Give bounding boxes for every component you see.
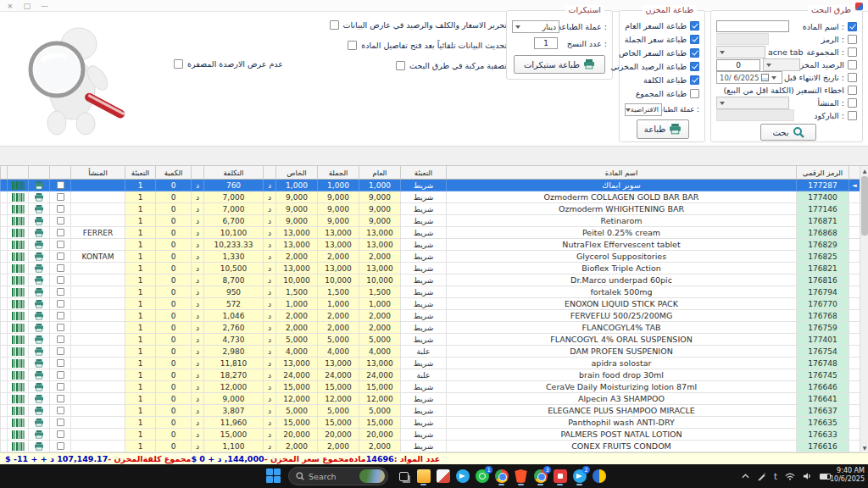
pen-icon[interactable] — [757, 472, 766, 481]
table-row[interactable]: KONTAM10د1,330د2,0002,0002,000شريطGlycer… — [0, 251, 860, 263]
barcode-icon[interactable] — [7, 322, 28, 334]
row-checkbox[interactable] — [57, 324, 64, 331]
print-row-icon[interactable] — [28, 180, 49, 191]
column-header-check[interactable] — [49, 166, 70, 180]
wifi-icon[interactable] — [785, 473, 795, 480]
column-header-origin[interactable]: المنشأ — [70, 166, 125, 180]
row-checkbox[interactable] — [57, 276, 64, 284]
print-row-icon[interactable] — [28, 441, 49, 452]
print-button[interactable]: طباعة — [637, 119, 689, 139]
table-row[interactable]: 10د9,000د12,00012,00012,000شريطAlpecin A… — [0, 393, 860, 405]
row-checkbox[interactable] — [57, 181, 64, 189]
barcode-icon[interactable] — [7, 274, 28, 286]
row-checkbox[interactable] — [57, 300, 64, 308]
print-row-icon[interactable] — [28, 263, 49, 274]
column-header-fill[interactable]: التعبئة — [125, 166, 155, 180]
display-option-checkbox[interactable] — [396, 61, 405, 70]
search-button[interactable]: بحث — [760, 124, 816, 141]
table-scrollbar[interactable]: ▲ ▼ — [860, 166, 868, 452]
table-row[interactable]: 10د7,000د9,0009,0009,000شريطOzmoderm WHI… — [0, 203, 860, 215]
barcode-icon[interactable] — [7, 393, 28, 405]
row-checkbox[interactable] — [57, 347, 64, 355]
restore-icon[interactable]: ▢ — [24, 2, 31, 10]
search-field-checkbox[interactable] — [848, 22, 857, 31]
row-checkbox[interactable] — [57, 336, 64, 343]
table-row[interactable]: 10د572د1,0001,0001,000شريطENOXON LIQUID … — [0, 298, 860, 310]
search-field-input[interactable] — [716, 33, 769, 45]
barcode-icon[interactable] — [7, 405, 28, 417]
taskbar-search[interactable]: Search — [288, 467, 388, 485]
column-header-cur2[interactable] — [263, 166, 275, 180]
row-checkbox[interactable] — [57, 419, 64, 426]
scroll-down-icon[interactable]: ▼ — [860, 443, 868, 452]
table-row[interactable]: 10د10,500د13,00013,00013,000شريطBioflex … — [0, 263, 860, 274]
row-checkbox[interactable] — [57, 193, 64, 201]
minimize-icon[interactable]: — — [41, 2, 48, 10]
row-checkbox[interactable] — [57, 371, 64, 379]
row-checkbox[interactable] — [57, 264, 64, 272]
print-row-icon[interactable] — [28, 298, 49, 310]
taskbar-icon-file-explorer[interactable] — [416, 467, 431, 485]
taskbar-clock[interactable]: 9:40 AM 10/6/2025 — [830, 467, 865, 484]
barcode-icon[interactable] — [7, 180, 28, 191]
expiry-date-picker[interactable]: 10/ 6/2025 — [716, 71, 782, 84]
print-row-icon[interactable] — [28, 334, 49, 346]
print-row-icon[interactable] — [28, 381, 49, 393]
row-checkbox[interactable] — [57, 442, 64, 450]
barcode-icon[interactable] — [7, 381, 28, 393]
row-checkbox[interactable] — [57, 312, 64, 319]
row-checkbox[interactable] — [57, 229, 64, 236]
row-checkbox[interactable] — [57, 217, 64, 225]
tray-chevron-icon[interactable] — [742, 474, 749, 479]
print-option-checkbox[interactable] — [690, 75, 699, 85]
table-row[interactable]: 10د8,700د10,00010,00010,000شريطDr.Marco … — [0, 274, 860, 286]
print-row-icon[interactable] — [28, 346, 49, 358]
column-header-qty[interactable]: الكمية — [155, 166, 191, 180]
table-row[interactable]: 10د760د1,0001,0001,000شريطسوبر ايماك1772… — [0, 180, 860, 191]
table-row[interactable]: 10د11,810د13,00013,00013,000شريطapidra s… — [0, 358, 860, 369]
search-field-checkbox[interactable] — [848, 86, 857, 95]
display-option[interactable]: تحرير الاسعار والكلف والرصيد في عارض الب… — [356, 20, 507, 30]
print-row-icon[interactable] — [28, 227, 49, 239]
column-header-whole[interactable]: الجملة — [317, 166, 359, 180]
search-field-checkbox[interactable] — [848, 47, 857, 57]
print-option-checkbox[interactable] — [690, 48, 699, 58]
table-row[interactable]: 10د18,270د24,00024,00024,000علبةbrain fo… — [0, 369, 860, 381]
barcode-icon[interactable] — [7, 346, 28, 358]
print-row-icon[interactable] — [28, 310, 49, 322]
table-row[interactable]: 10د1,046د2,0002,0002,000شريطFERVEFLU 500… — [0, 310, 860, 322]
row-checkbox[interactable] — [57, 288, 64, 296]
barcode-icon[interactable] — [7, 369, 28, 381]
column-header-cur1[interactable] — [191, 166, 203, 180]
taskbar-icon-telegram[interactable] — [455, 467, 470, 485]
tray-app-icon[interactable]: t — [774, 472, 777, 481]
print-option[interactable]: طباعة سعر الجملة — [623, 33, 699, 45]
search-field-checkbox[interactable] — [848, 98, 857, 108]
barcode-icon[interactable] — [7, 417, 28, 429]
start-button[interactable] — [266, 469, 281, 484]
stock-balance-input[interactable]: 0 — [716, 59, 760, 71]
barcode-icon[interactable] — [7, 310, 28, 322]
row-checkbox[interactable] — [57, 205, 64, 213]
table-row[interactable]: 10د10,233.33د13,00013,00013,000شريطNutra… — [0, 239, 860, 251]
taskbar-icon-editor-app[interactable] — [436, 467, 450, 485]
row-checkbox[interactable] — [57, 383, 64, 391]
barcode-icon[interactable] — [7, 239, 28, 251]
barcode-icon[interactable] — [7, 441, 28, 452]
table-row[interactable]: 10د4,730د5,0005,0005,000شريطFLANCOGYL 4%… — [0, 334, 860, 346]
print-option[interactable]: طباعة السعر العام — [623, 19, 699, 31]
print-option-checkbox[interactable] — [690, 89, 699, 98]
search-field-select[interactable] — [716, 97, 789, 109]
taskbar-icon-chrome-2[interactable]: 3 — [533, 467, 548, 485]
search-field-input[interactable] — [716, 109, 794, 121]
scrollbar-thumb[interactable] — [861, 176, 868, 236]
print-option[interactable]: طباعة السعر الخاص — [623, 47, 699, 58]
barcode-icon[interactable] — [7, 191, 28, 203]
taskbar-icon-telegram-2[interactable]: 2 — [572, 467, 587, 485]
display-option-checkbox[interactable] — [348, 41, 357, 50]
search-field-checkbox[interactable] — [848, 35, 857, 44]
column-header-special[interactable]: الخاص — [275, 166, 317, 180]
print-option[interactable]: طباعة المجموع — [623, 87, 699, 99]
print-option[interactable]: طباعة الكلفة — [623, 74, 699, 86]
print-row-icon[interactable] — [28, 274, 49, 286]
